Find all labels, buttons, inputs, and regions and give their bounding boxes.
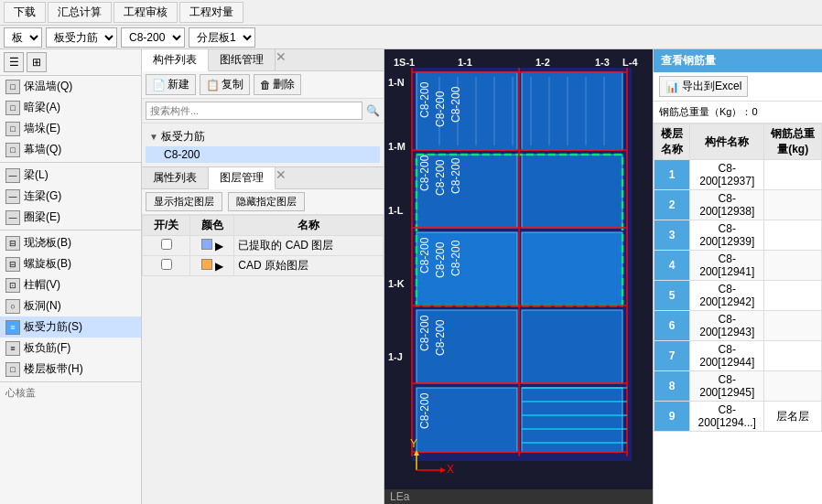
sidebar-item-spiral-slab[interactable]: ⊟ 螺旋板(B) [0, 253, 141, 274]
hidden-beam-icon: □ [5, 101, 20, 115]
weight-cell [764, 341, 822, 371]
svg-rect-8 [522, 232, 622, 306]
svg-rect-2 [416, 155, 517, 228]
sidebar-item-slab-rebar[interactable]: ≡ 板受力筋(S) [0, 316, 141, 338]
floor-cell: 8 [654, 371, 690, 402]
tab-component-list[interactable]: 构件列表 [142, 49, 209, 71]
component-panel-close[interactable]: ✕ [276, 49, 287, 70]
floor-cell: 3 [654, 220, 690, 251]
view-list-icon[interactable]: ☰ [4, 52, 24, 72]
search-bar: 🔍 [142, 99, 384, 123]
sidebar-item-slab-neg-rebar[interactable]: ≡ 板负筋(F) [0, 338, 141, 359]
layer-arrow-2: ▶ [215, 260, 223, 273]
tree-child-item[interactable]: C8-200 [146, 146, 380, 163]
slab-neg-rebar-icon: ≡ [5, 341, 20, 356]
new-component-button[interactable]: 📄 新建 [146, 74, 196, 95]
slab-rebar-icon: ≡ [5, 320, 20, 335]
tree-child-label: C8-200 [164, 148, 200, 161]
sidebar-item-ring-beam[interactable]: — 圈梁(E) [0, 207, 141, 228]
review-button[interactable]: 工程审核 [114, 2, 178, 23]
floor-cell: 9 [654, 402, 690, 432]
svg-rect-1 [416, 72, 517, 150]
layer-tabs: 属性列表 图层管理 ✕ [142, 167, 384, 189]
weight-cell [764, 371, 822, 402]
right-panel-title: 查看钢筋量 [661, 54, 716, 67]
curtain-wall-icon: □ [5, 143, 20, 157]
table-row: 6 C8-200[12943] [654, 311, 822, 341]
sidebar-item-floor-band[interactable]: □ 楼层板带(H) [0, 359, 141, 380]
weight-cell [764, 190, 822, 220]
component-list-panel: 构件列表 图纸管理 ✕ 📄 新建 📋 复制 🗑 删除 [142, 49, 384, 167]
cast-slab-icon: ⊟ [5, 236, 20, 251]
download-button[interactable]: 下载 [4, 2, 46, 23]
svg-text:C8-200: C8-200 [418, 315, 431, 351]
table-row: 5 C8-200[12942] [654, 281, 822, 311]
search-input[interactable] [146, 102, 362, 120]
floor-cell: 2 [654, 190, 690, 220]
tab-layer-management[interactable]: 图层管理 [209, 167, 276, 189]
wall-buttress-icon: □ [5, 122, 20, 136]
svg-text:C8-200: C8-200 [449, 157, 462, 194]
beam-icon: — [5, 168, 20, 183]
sidebar-item-slab-hole[interactable]: ○ 板洞(N) [0, 295, 141, 316]
floor-band-icon: □ [5, 362, 20, 377]
sidebar-item-wall-buttress[interactable]: □ 墙垛(E) [0, 118, 141, 139]
tab-drawing-management[interactable]: 图纸管理 [209, 49, 276, 70]
layer-checkbox-1[interactable] [161, 239, 172, 250]
weight-cell [764, 281, 822, 311]
component-toolbar: 📄 新建 📋 复制 🗑 删除 [142, 71, 384, 99]
component-cell: C8-200[12941] [690, 251, 764, 281]
steel-weight-label: 钢筋总重量（Kg）：0 [654, 102, 822, 123]
type-select2[interactable]: 板受力筋 [46, 27, 117, 48]
sidebar-item-insulation-wall[interactable]: □ 保温墙(Q) [0, 76, 141, 97]
sidebar-item-hidden-beam[interactable]: □ 暗梁(A) [0, 97, 141, 118]
component-cell: C8-200[12939] [690, 220, 764, 251]
svg-text:C8-200: C8-200 [418, 155, 431, 191]
component-cell: C8-200[12945] [690, 371, 764, 402]
view-grid-icon[interactable]: ⊞ [27, 52, 47, 72]
steel-col-weight: 钢筋总重量(kg) [764, 124, 822, 160]
export-excel-button[interactable]: 📊 导出到Excel [659, 76, 748, 97]
steel-col-component: 构件名称 [690, 124, 764, 160]
sidebar-item-cast-slab[interactable]: ⊟ 现浇板(B) [0, 232, 141, 253]
type-select1[interactable]: 板 [4, 27, 42, 48]
table-row: 3 C8-200[12939] [654, 220, 822, 251]
show-layer-button[interactable]: 显示指定图层 [146, 192, 222, 211]
cad-canvas-area[interactable]: 1S-1 1-1 1-2 1-3 L-4 1-N 1-M 1-L 1-K 1-J [384, 49, 653, 504]
type-select4[interactable]: 分层板1 [189, 27, 255, 48]
layer-col-name: 名称 [234, 216, 384, 236]
svg-marker-46 [440, 467, 446, 473]
svg-rect-9 [522, 310, 622, 383]
svg-text:C8-200: C8-200 [418, 81, 431, 118]
insulation-wall-icon: □ [5, 80, 20, 94]
cad-canvas: 1S-1 1-1 1-2 1-3 L-4 1-N 1-M 1-L 1-K 1-J [384, 49, 653, 504]
layer-panel-close[interactable]: ✕ [276, 167, 287, 188]
svg-text:C8-200: C8-200 [434, 241, 447, 278]
sidebar-item-curtain-wall[interactable]: □ 幕墙(Q) [0, 139, 141, 160]
new-icon: 📄 [152, 79, 166, 91]
sidebar-item-coupling-beam[interactable]: — 连梁(G) [0, 186, 141, 207]
status-text: LEa [390, 490, 409, 503]
summary-button[interactable]: 汇总计算 [48, 2, 112, 23]
tab-properties[interactable]: 属性列表 [142, 167, 209, 188]
svg-text:C8-200: C8-200 [449, 86, 462, 123]
tree-root-item[interactable]: ▼ 板受力筋 [146, 127, 380, 146]
layer-toolbar: 显示指定图层 隐藏指定图层 [142, 189, 384, 215]
table-row: 2 C8-200[12938] [654, 190, 822, 220]
layer-checkbox-2[interactable] [161, 259, 172, 270]
compare-button[interactable]: 工程对量 [179, 2, 243, 23]
main-area: ☰ ⊞ □ 保温墙(Q) □ 暗梁(A) □ 墙垛(E) □ 幕墙(Q) — 梁… [0, 49, 822, 504]
sidebar-item-column-cap[interactable]: ⊡ 柱帽(V) [0, 274, 141, 295]
hide-layer-button[interactable]: 隐藏指定图层 [228, 192, 305, 211]
layer-col-onoff: 开/关 [143, 216, 190, 236]
steel-table: 楼层名称 构件名称 钢筋总重量(kg) 1 C8-200[12937] 2 C8… [654, 123, 822, 432]
weight-cell: 层名层 [764, 402, 822, 432]
delete-component-button[interactable]: 🗑 删除 [254, 74, 301, 95]
copy-component-button[interactable]: 📋 复制 [200, 74, 250, 95]
sidebar-item-beam[interactable]: — 梁(L) [0, 165, 141, 186]
type-select3[interactable]: C8-200 [121, 27, 185, 48]
divider3 [0, 381, 141, 382]
right-panel-toolbar: 📊 导出到Excel [654, 72, 822, 102]
floor-cell: 5 [654, 281, 690, 311]
floor-cell: 7 [654, 341, 690, 371]
